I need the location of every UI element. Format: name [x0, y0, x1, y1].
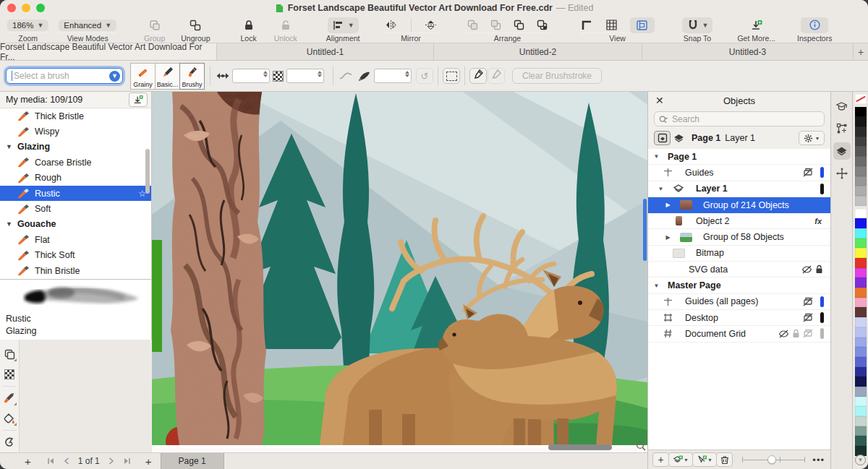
properties-inspector-button[interactable]: [833, 120, 851, 137]
palette-swatch[interactable]: [855, 218, 867, 228]
stepper-arrows[interactable]: [405, 71, 409, 77]
brush-list-item[interactable]: Flat: [0, 232, 151, 247]
alignment-control[interactable]: ▼ Alignment: [326, 17, 360, 43]
lock-icon-disabled[interactable]: [792, 329, 800, 338]
caret-down-icon[interactable]: ▼: [652, 283, 660, 289]
tree-row-layer1[interactable]: ▼ Layer 1: [648, 181, 830, 197]
palette-swatch[interactable]: [855, 156, 867, 166]
brush-list-item[interactable]: Thick Bristle: [0, 108, 151, 124]
palette-swatch[interactable]: [855, 416, 867, 426]
previous-page-icon[interactable]: [64, 457, 69, 465]
lock-icon[interactable]: [815, 264, 823, 274]
brush-section-header[interactable]: ▼Gouache: [0, 217, 151, 232]
brush-list-item[interactable]: Thin Bristle: [0, 263, 151, 278]
palette-swatch[interactable]: [855, 387, 867, 397]
tree-row-guides-all[interactable]: Guides (all pages): [648, 294, 830, 310]
objects-inspector-button[interactable]: [833, 142, 851, 160]
zoom-window-button[interactable]: [36, 4, 45, 12]
palette-swatch[interactable]: [855, 426, 867, 436]
hidden-eye-icon[interactable]: [801, 265, 812, 274]
hidden-eye-icon[interactable]: [778, 330, 789, 338]
palette-swatch[interactable]: [855, 176, 867, 186]
palette-swatch[interactable]: [855, 277, 867, 288]
tab-untitled-2[interactable]: Untitled-2: [434, 43, 642, 60]
palette-swatch[interactable]: [855, 94, 867, 104]
export-inspector-button[interactable]: [833, 98, 851, 115]
horizontal-scrollbar-thumb[interactable]: [548, 444, 612, 450]
tree-row-desktop[interactable]: Desktop: [648, 310, 830, 326]
drawing-canvas[interactable]: [152, 92, 647, 452]
page-view-toggle[interactable]: [630, 17, 655, 33]
palette-swatch[interactable]: [855, 307, 867, 317]
tree-row-bitmap[interactable]: Bitmap: [648, 246, 830, 262]
palette-swatch[interactable]: [855, 116, 867, 126]
palette-swatch[interactable]: [855, 248, 867, 258]
view-modes-dropdown[interactable]: Enhanced▼: [59, 20, 116, 31]
add-page-button-2[interactable]: +: [145, 455, 152, 468]
palette-swatch[interactable]: [855, 186, 867, 196]
new-layer-button[interactable]: ▼: [668, 452, 693, 467]
palette-swatch[interactable]: [855, 166, 867, 176]
caret-right-icon[interactable]: ▶: [664, 234, 672, 241]
palette-swatch[interactable]: [855, 367, 867, 377]
palette-swatch[interactable]: [855, 406, 867, 416]
bring-forward-icon[interactable]: [467, 19, 480, 32]
thumbnail-size-slider[interactable]: [742, 455, 805, 465]
brush-list-item[interactable]: Wispy: [0, 124, 151, 139]
stroke-width-field[interactable]: [232, 69, 270, 83]
ungroup-button[interactable]: Ungroup: [181, 17, 210, 43]
palette-swatch[interactable]: [855, 258, 867, 268]
palette-swatch[interactable]: [855, 196, 867, 206]
brush-section-header[interactable]: ▼Glazing: [0, 139, 151, 155]
feather-field[interactable]: [374, 69, 412, 83]
layer-options-button[interactable]: ▼: [799, 131, 825, 145]
brush-list-item[interactable]: Thick Soft: [0, 248, 151, 263]
palette-swatch[interactable]: [855, 377, 867, 387]
lock-button[interactable]: Lock: [241, 17, 257, 43]
close-icon[interactable]: ✕: [655, 95, 664, 106]
media-scrollbar-thumb[interactable]: [145, 149, 150, 194]
brush-list-item-selected[interactable]: Rustic☆: [0, 186, 151, 201]
clear-brushstroke-button[interactable]: Clear Brushstroke: [512, 68, 602, 84]
palette-scroll-down-button[interactable]: ▼: [855, 455, 866, 465]
mirror-vertical-icon[interactable]: [425, 19, 438, 32]
no-print-icon[interactable]: [803, 297, 813, 306]
layer-color-bar[interactable]: [820, 184, 824, 194]
palette-swatch[interactable]: [855, 337, 867, 348]
delete-button[interactable]: [716, 452, 733, 467]
layer-color-bar[interactable]: [820, 328, 824, 339]
more-options-button[interactable]: •••: [812, 455, 825, 465]
next-page-icon[interactable]: [109, 457, 114, 465]
palette-swatch[interactable]: [855, 209, 867, 219]
zoom-corner-icon[interactable]: [636, 441, 646, 451]
pattern-tool-button[interactable]: [1, 364, 19, 384]
transparency-field[interactable]: [286, 69, 324, 83]
palette-swatch[interactable]: [855, 268, 867, 278]
tree-row-group-58[interactable]: ▶ Group of 58 Objects: [648, 229, 830, 245]
palette-swatch[interactable]: [855, 357, 867, 367]
palette-swatch[interactable]: [855, 146, 867, 156]
add-page-button[interactable]: +: [25, 455, 31, 468]
brush-list-item[interactable]: Soft: [0, 201, 151, 216]
effects-badge[interactable]: fx: [814, 217, 822, 225]
new-tab-button[interactable]: +: [854, 43, 868, 60]
preset-brushy-button[interactable]: Brushy: [179, 63, 205, 90]
mirror-horizontal-icon[interactable]: [385, 19, 398, 32]
palette-swatch[interactable]: [855, 288, 867, 298]
minimize-window-button[interactable]: [22, 4, 30, 12]
pick-tool-button[interactable]: [1, 344, 19, 364]
page-tab[interactable]: Page 1: [161, 453, 224, 469]
inspectors-button[interactable]: Inspectors: [797, 17, 832, 43]
palette-swatch[interactable]: [855, 347, 867, 357]
send-to-back-icon[interactable]: [536, 19, 549, 32]
caret-down-icon[interactable]: ▼: [657, 186, 665, 192]
zoom-dropdown[interactable]: 186%▼: [7, 20, 48, 31]
curve-smoothness-icon[interactable]: [339, 69, 352, 82]
palette-swatch[interactable]: [855, 107, 867, 117]
pick-stroke-button[interactable]: [469, 68, 487, 84]
layer-color-bar[interactable]: [820, 167, 824, 178]
slider-knob[interactable]: [767, 455, 776, 464]
brush-list-item[interactable]: Coarse Bristle: [0, 155, 151, 170]
caret-down-icon[interactable]: ▼: [652, 153, 660, 160]
palette-swatch[interactable]: [855, 137, 867, 147]
